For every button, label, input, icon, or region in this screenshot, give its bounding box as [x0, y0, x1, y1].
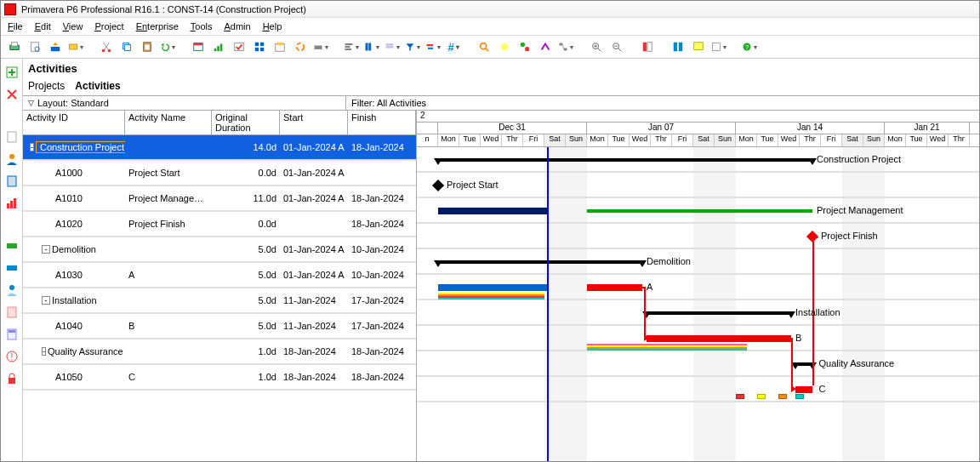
layout-selector[interactable]: ▽ Layout: Standard: [23, 96, 346, 110]
group-sort-icon[interactable]: [384, 38, 401, 55]
table-row[interactable]: A1000Project Start0.0d01-Jan-2024 A: [23, 161, 416, 186]
split-view-icon[interactable]: [669, 38, 687, 55]
svg-point-36: [501, 43, 509, 51]
svg-point-53: [9, 154, 14, 159]
blue-box-icon[interactable]: [5, 261, 19, 275]
svg-rect-46: [679, 43, 682, 52]
copy-icon[interactable]: [118, 38, 135, 55]
tab-projects[interactable]: Projects: [28, 80, 65, 92]
relationship-icon[interactable]: [537, 38, 554, 55]
zoom-in-icon[interactable]: [588, 38, 605, 55]
undo-icon[interactable]: [159, 38, 176, 55]
menu-enterprise[interactable]: Enterprise: [136, 21, 179, 31]
svg-rect-14: [214, 48, 217, 52]
table-row[interactable]: A1040B5.0d11-Jan-202417-Jan-2024: [23, 314, 416, 339]
gantt-chart[interactable]: Construction ProjectProject StartProject…: [417, 147, 979, 461]
calc-icon[interactable]: [5, 328, 19, 341]
print-preview-icon[interactable]: [6, 38, 23, 55]
svg-rect-9: [124, 44, 130, 50]
recalc-icon[interactable]: [292, 38, 309, 55]
columns-icon[interactable]: [363, 38, 380, 55]
claim-digger-icon[interactable]: [312, 38, 329, 55]
table-row[interactable]: A1020Project Finish0.0d18-Jan-2024: [23, 212, 416, 237]
schedule-icon[interactable]: [190, 38, 207, 55]
alert-icon[interactable]: !: [5, 350, 19, 363]
zoom-out-icon[interactable]: [608, 38, 625, 55]
person2-icon[interactable]: [5, 283, 19, 297]
bottom-layout-icon[interactable]: [690, 38, 707, 55]
trace-logic-icon[interactable]: [557, 38, 574, 55]
col-activity-name[interactable]: Activity Name: [125, 111, 212, 134]
store-period-icon[interactable]: [271, 38, 288, 55]
svg-rect-18: [255, 43, 259, 46]
paste-icon[interactable]: [139, 38, 156, 55]
lock-icon[interactable]: [5, 372, 19, 385]
table-row[interactable]: A1010Project Management11.0d01-Jan-2024 …: [23, 186, 416, 212]
filter-icon[interactable]: [404, 38, 421, 55]
col-finish[interactable]: Finish: [348, 111, 416, 134]
layout-view-icon[interactable]: [639, 38, 656, 55]
send-icon[interactable]: [67, 38, 84, 55]
collapse-icon[interactable]: -: [42, 245, 50, 254]
col-duration[interactable]: Original Duration: [212, 111, 280, 134]
svg-rect-57: [14, 198, 16, 208]
svg-point-38: [525, 47, 529, 51]
doc-icon[interactable]: [5, 130, 19, 144]
progress-line-icon[interactable]: #: [445, 38, 462, 55]
menu-edit[interactable]: Edit: [35, 21, 51, 31]
menu-file[interactable]: File: [8, 21, 23, 31]
add-icon[interactable]: [5, 66, 19, 79]
svg-rect-44: [647, 43, 652, 52]
svg-rect-23: [277, 43, 283, 46]
svg-point-24: [297, 43, 305, 51]
page-setup-icon[interactable]: [26, 38, 43, 55]
chart-icon[interactable]: [5, 197, 19, 210]
menu-tools[interactable]: Tools: [191, 21, 213, 31]
toolbar: # ?: [1, 35, 979, 59]
menu-project[interactable]: Project: [94, 21, 123, 31]
summarize-icon[interactable]: [251, 38, 268, 55]
table-row[interactable]: -Construction Project14.0d01-Jan-2024 A1…: [23, 135, 416, 161]
help-icon[interactable]: ?: [741, 38, 758, 55]
level-resources-icon[interactable]: [210, 38, 227, 55]
svg-rect-1: [12, 43, 18, 46]
progress-spotlight-icon[interactable]: [496, 38, 513, 55]
table-row[interactable]: - Quality Assurance1.0d18-Jan-202418-Jan…: [23, 339, 416, 365]
green-box-icon[interactable]: [5, 239, 19, 253]
doc2-icon[interactable]: [5, 305, 19, 319]
report-icon[interactable]: [5, 174, 19, 188]
menu-admin[interactable]: Admin: [224, 21, 250, 31]
person-icon[interactable]: [5, 152, 19, 166]
details-icon[interactable]: [710, 38, 727, 55]
bars-icon[interactable]: [424, 38, 442, 55]
tabs: Projects Activities: [23, 78, 979, 95]
svg-rect-31: [386, 43, 394, 45]
table-row[interactable]: A1050C1.0d18-Jan-202418-Jan-2024: [23, 365, 416, 391]
svg-rect-66: [9, 378, 15, 384]
publish-icon[interactable]: [47, 38, 64, 55]
collapse-icon[interactable]: -: [42, 296, 50, 305]
collapse-icon[interactable]: -: [42, 347, 46, 356]
svg-rect-11: [145, 44, 149, 49]
svg-rect-61: [8, 307, 16, 317]
svg-rect-48: [713, 43, 721, 51]
svg-point-60: [9, 285, 14, 290]
table-row[interactable]: - Demolition5.0d01-Jan-2024 A10-Jan-2024: [23, 237, 416, 263]
apply-actuals-icon[interactable]: [231, 38, 248, 55]
delete-icon[interactable]: [5, 88, 19, 101]
menu-view[interactable]: View: [63, 21, 83, 31]
col-activity-id[interactable]: Activity ID: [23, 111, 125, 134]
svg-rect-30: [368, 43, 371, 51]
menu-help[interactable]: Help: [263, 21, 282, 31]
collapse-icon[interactable]: -: [30, 143, 34, 151]
table-row[interactable]: - Installation5.0d11-Jan-202417-Jan-2024: [23, 288, 416, 314]
tab-activities[interactable]: Activities: [75, 80, 120, 92]
steps-icon[interactable]: [516, 38, 533, 55]
align-icon[interactable]: [343, 38, 360, 55]
svg-rect-21: [260, 48, 264, 51]
table-row[interactable]: A1030A5.0d01-Jan-2024 A10-Jan-2024: [23, 263, 416, 288]
cut-icon[interactable]: [98, 38, 115, 55]
spotlight-icon[interactable]: [476, 38, 493, 55]
svg-rect-5: [70, 44, 77, 49]
col-start[interactable]: Start: [280, 111, 348, 134]
